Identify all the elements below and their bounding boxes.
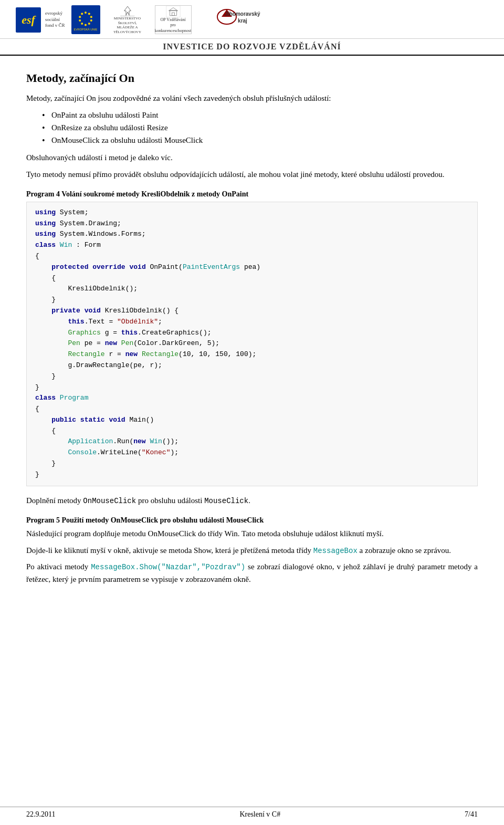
svg-text:kraj: kraj: [238, 18, 247, 24]
program4-label: Program 4 Volání soukromé metody KresliO…: [26, 190, 478, 199]
footer-title: Kreslení v C#: [239, 810, 280, 819]
doplneni-code2: MouseClick: [204, 497, 248, 505]
po-aktivaci-text1: Po aktivaci metody: [26, 562, 91, 571]
header: esf evropskýsociálnífond v ČR: [0, 0, 504, 39]
svg-point-7: [81, 23, 83, 25]
doplneni-para: Doplnění metody OnMouseClick pro obsluhu…: [26, 495, 478, 507]
po-aktivaci-para: Po aktivaci metody MessageBox.Show("Nazd…: [26, 561, 478, 586]
svg-point-10: [81, 13, 83, 15]
svg-text:EVROPSKÁ UNIE: EVROPSKÁ UNIE: [74, 28, 98, 31]
po-aktivaci-code: MessageBox.Show("Nazdar","Pozdrav"): [91, 563, 245, 571]
svg-point-6: [85, 24, 87, 26]
dojde-text2: a zobrazuje okno se zprávou.: [358, 546, 451, 555]
doplneni-code1: OnMouseClick: [83, 497, 136, 505]
main-content: Metody, začínající On Metody, začínající…: [0, 56, 504, 621]
svg-point-1: [85, 12, 87, 14]
footer-date: 22.9.2011: [26, 810, 55, 819]
esf-icon: esf: [16, 7, 41, 33]
list-item: OnPaint za obsluhu události Paint: [42, 109, 478, 121]
footer-page: 7/41: [465, 810, 478, 819]
list-item: OnResize za obsluhu události Resize: [42, 121, 478, 134]
esf-logo: esf evropskýsociálnífond v ČR: [16, 7, 65, 33]
esf-text: evropskýsociálnífond v ČR: [45, 11, 65, 29]
jmk-logo: Jihomoravský kraj: [198, 5, 271, 34]
svg-point-2: [88, 13, 90, 15]
page-title: Metody, začínající On: [26, 71, 478, 85]
dojde-code: MessageBox: [313, 547, 358, 555]
svg-point-5: [88, 23, 90, 25]
bullet-list: OnPaint za obsluhu události Paint OnResi…: [42, 109, 478, 147]
list-item: OnMouseClick za obsluhu události MouseCl…: [42, 134, 478, 147]
doplneni-text2: pro obsluhu události: [136, 496, 204, 505]
op-text: OP Vzdělávánípro konkurenceschopnost: [155, 17, 191, 34]
msmt-logo: MINISTERSTVO ŠKOLSTVÍ, MINISTERSTVO ŠKOL…: [107, 5, 149, 34]
svg-text:Jihomoravský: Jihomoravský: [225, 11, 260, 17]
nasledujici-para: Následující program doplňuje metodu OnMo…: [26, 528, 478, 540]
msmt-text: MINISTERSTVO ŠKOLSTVÍ,MLÁDEŽE A TĚLOVÝCH…: [107, 16, 149, 34]
para2: Tyto metody nemusí přímo provádět obsluh…: [26, 169, 478, 181]
svg-point-4: [90, 19, 92, 22]
dojde-text1: Dojde-li ke kliknutí myší v okně, aktivu…: [26, 546, 313, 555]
program5-label: Program 5 Použití metody OnMouseClick pr…: [26, 516, 478, 525]
doplneni-text1: Doplnění metody: [26, 496, 83, 505]
para1: Obsluhovaných událostí i metod je daleko…: [26, 152, 478, 164]
op-logo: OP Vzdělávánípro konkurenceschopnost: [155, 5, 192, 34]
svg-marker-12: [124, 6, 131, 15]
intro-paragraph: Metody, začínající On jsou zodpovědné za…: [26, 92, 478, 105]
eu-logo: EVROPSKÁ UNIE: [71, 5, 100, 34]
footer: 22.9.2011 Kreslení v C# 7/41: [0, 807, 504, 819]
header-logos: esf evropskýsociálnífond v ČR: [16, 5, 271, 34]
header-banner: INVESTICE DO ROZVOJE VZDĚLÁVÁNÍ: [0, 39, 504, 56]
dojde-para: Dojde-li ke kliknutí myší v okně, aktivu…: [26, 545, 478, 557]
code-block-4: using System; using System.Drawing; usin…: [26, 202, 478, 486]
svg-point-8: [79, 19, 81, 22]
svg-point-3: [90, 16, 92, 18]
svg-point-9: [79, 16, 81, 18]
